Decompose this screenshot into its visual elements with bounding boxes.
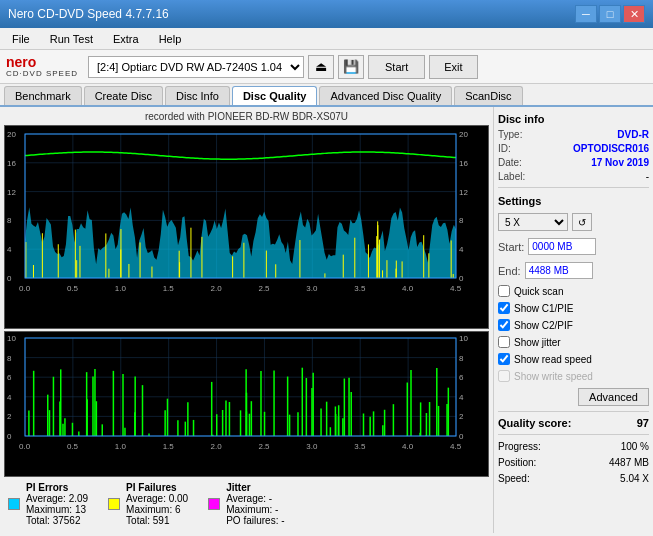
disc-type-row: Type: DVD-R: [498, 129, 649, 140]
quality-score-label: Quality score:: [498, 417, 571, 429]
chart-area: recorded with PIONEER BD-RW BDR-XS07U PI…: [0, 107, 493, 533]
speed-selector[interactable]: 5 X: [498, 213, 568, 231]
progress-value: 100 %: [621, 441, 649, 452]
main-content: recorded with PIONEER BD-RW BDR-XS07U PI…: [0, 107, 653, 533]
show-write-speed-checkbox: [498, 370, 510, 382]
pi-errors-legend: [8, 498, 20, 510]
pi-failures-legend: [108, 498, 120, 510]
start-input[interactable]: [528, 238, 596, 255]
speed-setting-row: 5 X ↺: [498, 213, 649, 231]
advanced-button[interactable]: Advanced: [578, 388, 649, 406]
start-button[interactable]: Start: [368, 55, 425, 79]
close-button[interactable]: ✕: [623, 5, 645, 23]
show-read-speed-label: Show read speed: [514, 354, 592, 365]
pi-failures-max: Maximum: 6: [126, 504, 188, 515]
disc-label-label: Label:: [498, 171, 525, 182]
quick-scan-row: Quick scan: [498, 285, 649, 297]
menu-run-test[interactable]: Run Test: [44, 32, 99, 46]
show-jitter-label: Show jitter: [514, 337, 561, 348]
menu-bar: File Run Test Extra Help: [0, 28, 653, 50]
progress-label: Progress:: [498, 441, 541, 452]
title-bar: Nero CD-DVD Speed 4.7.7.16 ─ □ ✕: [0, 0, 653, 28]
chart-title: recorded with PIONEER BD-RW BDR-XS07U: [4, 111, 489, 122]
divider-2: [498, 411, 649, 412]
pif-chart: [4, 331, 489, 477]
tab-disc-info[interactable]: Disc Info: [165, 86, 230, 105]
end-input[interactable]: [525, 262, 593, 279]
show-c1pie-checkbox[interactable]: [498, 302, 510, 314]
speed-value: 5.04 X: [620, 473, 649, 484]
menu-extra[interactable]: Extra: [107, 32, 145, 46]
pie-chart: [4, 125, 489, 329]
tab-bar: Benchmark Create Disc Disc Info Disc Qua…: [0, 84, 653, 107]
eject-button[interactable]: ⏏: [308, 55, 334, 79]
logo-nero: nero: [6, 55, 78, 69]
pi-errors-avg: Average: 2.09: [26, 493, 88, 504]
pi-errors-stat: PI Errors Average: 2.09 Maximum: 13 Tota…: [8, 482, 88, 526]
show-write-speed-row: Show write speed: [498, 370, 649, 382]
end-label: End:: [498, 265, 521, 277]
tab-disc-quality[interactable]: Disc Quality: [232, 86, 318, 105]
settings-title: Settings: [498, 195, 649, 207]
save-button[interactable]: 💾: [338, 55, 364, 79]
disc-id-label: ID:: [498, 143, 511, 154]
quality-score-row: Quality score: 97: [498, 417, 649, 429]
position-value: 4487 MB: [609, 457, 649, 468]
quick-scan-checkbox[interactable]: [498, 285, 510, 297]
tab-advanced-disc-quality[interactable]: Advanced Disc Quality: [319, 86, 452, 105]
disc-label-value: -: [646, 171, 649, 182]
jitter-legend: [208, 498, 220, 510]
show-c1pie-row: Show C1/PIE: [498, 302, 649, 314]
divider-3: [498, 434, 649, 435]
pi-failures-avg: Average: 0.00: [126, 493, 188, 504]
tab-benchmark[interactable]: Benchmark: [4, 86, 82, 105]
show-c1pie-label: Show C1/PIE: [514, 303, 573, 314]
start-row: Start:: [498, 238, 649, 255]
show-jitter-checkbox[interactable]: [498, 336, 510, 348]
refresh-button[interactable]: ↺: [572, 213, 592, 231]
quality-score-value: 97: [637, 417, 649, 429]
disc-date-label: Date:: [498, 157, 522, 168]
menu-help[interactable]: Help: [153, 32, 188, 46]
window-title: Nero CD-DVD Speed 4.7.7.16: [8, 7, 169, 21]
drive-selector[interactable]: [2:4] Optiarc DVD RW AD-7240S 1.04: [88, 56, 304, 78]
po-failures: PO failures: -: [226, 515, 284, 526]
disc-type-label: Type:: [498, 129, 522, 140]
show-c2pif-checkbox[interactable]: [498, 319, 510, 331]
show-c2pif-row: Show C2/PIF: [498, 319, 649, 331]
menu-file[interactable]: File: [6, 32, 36, 46]
minimize-button[interactable]: ─: [575, 5, 597, 23]
pi-errors-total: Total: 37562: [26, 515, 88, 526]
disc-id-value: OPTODISCR016: [573, 143, 649, 154]
disc-date-row: Date: 17 Nov 2019: [498, 157, 649, 168]
logo-sub: CD·DVD SPEED: [6, 69, 78, 78]
speed-label: Speed:: [498, 473, 530, 484]
app-logo: nero CD·DVD SPEED: [6, 55, 78, 78]
maximize-button[interactable]: □: [599, 5, 621, 23]
position-label: Position:: [498, 457, 536, 468]
show-c2pif-label: Show C2/PIF: [514, 320, 573, 331]
disc-info-title: Disc info: [498, 113, 649, 125]
end-row: End:: [498, 262, 649, 279]
right-panel: Disc info Type: DVD-R ID: OPTODISCR016 D…: [493, 107, 653, 533]
tab-create-disc[interactable]: Create Disc: [84, 86, 163, 105]
jitter-max: Maximum: -: [226, 504, 284, 515]
toolbar: nero CD·DVD SPEED [2:4] Optiarc DVD RW A…: [0, 50, 653, 84]
quick-scan-label: Quick scan: [514, 286, 563, 297]
pi-errors-label: PI Errors: [26, 482, 88, 493]
tab-scan-disc[interactable]: ScanDisc: [454, 86, 522, 105]
disc-date-value: 17 Nov 2019: [591, 157, 649, 168]
jitter-avg: Average: -: [226, 493, 284, 504]
disc-id-row: ID: OPTODISCR016: [498, 143, 649, 154]
disc-label-row: Label: -: [498, 171, 649, 182]
start-label: Start:: [498, 241, 524, 253]
exit-button[interactable]: Exit: [429, 55, 477, 79]
speed-row: Speed: 5.04 X: [498, 473, 649, 484]
stats-row: PI Errors Average: 2.09 Maximum: 13 Tota…: [4, 479, 489, 529]
pi-failures-label: PI Failures: [126, 482, 188, 493]
show-jitter-row: Show jitter: [498, 336, 649, 348]
pi-failures-stat: PI Failures Average: 0.00 Maximum: 6 Tot…: [108, 482, 188, 526]
pi-failures-total: Total: 591: [126, 515, 188, 526]
window-controls: ─ □ ✕: [575, 5, 645, 23]
show-read-speed-checkbox[interactable]: [498, 353, 510, 365]
